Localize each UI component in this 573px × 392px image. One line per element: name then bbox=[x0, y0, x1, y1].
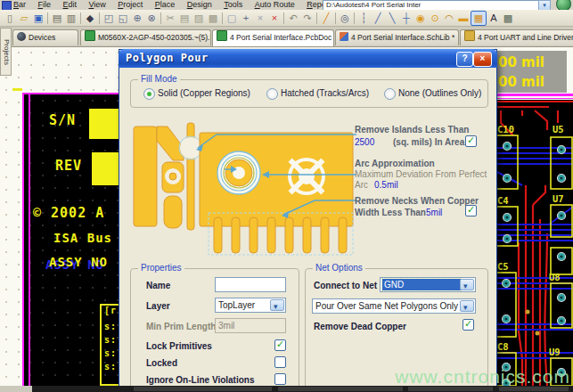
remove-necks-title: Remove Necks When Copper bbox=[355, 196, 479, 206]
remove-dead-copper-label: Remove Dead Copper bbox=[314, 322, 406, 331]
menu-tools[interactable]: Tools bbox=[224, 0, 242, 10]
menu-view[interactable]: View bbox=[88, 0, 105, 10]
toolbar-separator bbox=[283, 12, 284, 24]
radio-solid[interactable] bbox=[143, 88, 155, 100]
menu-project[interactable]: Project bbox=[118, 0, 143, 10]
layer-stack-icon[interactable]: ◆ bbox=[83, 12, 97, 25]
radio-none[interactable] bbox=[384, 88, 396, 100]
undo-icon[interactable]: ↶ bbox=[286, 12, 300, 25]
print-icon[interactable]: ▤ bbox=[50, 12, 64, 25]
lock-primitives-checkbox[interactable] bbox=[274, 339, 286, 351]
place-component-icon[interactable]: ▩ bbox=[501, 12, 515, 25]
silkscreen-rev-field bbox=[92, 152, 120, 185]
menu-place[interactable]: Place bbox=[155, 0, 176, 10]
menu-bar: Bar File Edit View Project Place Design … bbox=[0, 0, 573, 10]
radio-none-label: None (Outlines Only) bbox=[398, 88, 481, 98]
toolbar-separator bbox=[99, 12, 100, 24]
tab-schlib-serial-interface[interactable]: 4 Port Serial Interface.SchLib * bbox=[335, 29, 459, 45]
menu-design[interactable]: Design bbox=[187, 0, 212, 10]
pcb-traces-area[interactable]: C10 U5 C4 U7 C5 U8 C8 U9 bbox=[495, 100, 573, 386]
place-line-icon[interactable]: ┆ bbox=[356, 12, 371, 25]
table-line: [r bbox=[104, 306, 117, 315]
dialog-title-bar[interactable]: Polygon Pour bbox=[119, 49, 497, 68]
menu-bar-item[interactable]: Bar bbox=[13, 0, 26, 10]
move-object-icon[interactable]: + bbox=[239, 12, 253, 25]
zoom-area-icon[interactable]: ◱ bbox=[116, 12, 130, 25]
pcb-board-right[interactable]: 00 mil 00 mil bbox=[495, 46, 573, 386]
tab-label: Devices bbox=[29, 33, 55, 42]
tab-devices[interactable]: Devices bbox=[12, 29, 78, 45]
menu-file[interactable]: File bbox=[37, 0, 51, 10]
tab-label: 4 Port Serial Interface.SchLib * bbox=[351, 33, 454, 42]
place-arc-icon[interactable]: ◠ bbox=[442, 12, 456, 25]
board-outline-line bbox=[495, 94, 573, 96]
zoom-clear-icon[interactable]: ⊗ bbox=[144, 12, 159, 25]
place-bus-icon[interactable]: ╲ bbox=[385, 12, 399, 25]
connect-to-net-combo[interactable]: GND bbox=[380, 277, 476, 292]
place-fill-icon[interactable]: ▬ bbox=[456, 12, 471, 25]
new-document-icon[interactable]: ▯ bbox=[3, 12, 17, 25]
menu-edit[interactable]: Edit bbox=[62, 0, 77, 10]
remove-islands-value[interactable]: 2500 bbox=[355, 137, 374, 147]
open-folder-icon[interactable]: ▱ bbox=[17, 12, 31, 25]
dialog-help-button[interactable]: ? bbox=[456, 52, 473, 67]
place-polygon-icon[interactable]: ▦ bbox=[471, 11, 487, 26]
toolbar-separator bbox=[316, 12, 317, 24]
break-track-icon[interactable]: × bbox=[253, 12, 267, 25]
layer-combo[interactable]: TopLayer bbox=[215, 298, 286, 313]
copy-icon[interactable]: ▤ bbox=[177, 12, 192, 25]
silkscreen-table-box bbox=[100, 304, 120, 386]
projects-panel-tab[interactable]: Projects bbox=[0, 28, 12, 76]
readout-line: 00 mil bbox=[498, 53, 567, 72]
print-preview-icon[interactable]: ▥ bbox=[64, 12, 78, 25]
menu-auto-route[interactable]: Auto Route bbox=[255, 0, 295, 10]
silkscreen-assy-label: ASSY NO bbox=[49, 255, 108, 269]
tab-pcb-m0560x[interactable]: M0560X-2AGP-450-020305.~(5).PCB bbox=[80, 29, 211, 45]
delete-track-icon[interactable]: × bbox=[267, 12, 282, 25]
remove-necks-value[interactable]: 5mil bbox=[426, 208, 442, 217]
place-pad-icon[interactable]: ◉ bbox=[413, 12, 428, 25]
place-string-icon[interactable]: A bbox=[487, 12, 501, 25]
name-input[interactable] bbox=[215, 277, 286, 292]
find-similar-icon[interactable]: ◎ bbox=[338, 12, 352, 25]
net-options-legend: Net Options bbox=[313, 263, 365, 274]
tab-uart-drivers[interactable]: 4 Port UART and Line Drivers.S bbox=[460, 29, 573, 45]
dialog-close-button[interactable]: × bbox=[473, 52, 492, 67]
cut-icon[interactable]: ✂ bbox=[163, 12, 177, 25]
place-net-icon[interactable]: ┼ bbox=[399, 12, 413, 25]
dropdown-arrow-icon[interactable] bbox=[270, 299, 284, 311]
remove-islands-checkbox[interactable] bbox=[465, 135, 477, 147]
remove-dead-copper-checkbox[interactable] bbox=[462, 319, 474, 331]
document-tab-bar: Devices M0560X-2AGP-450-020305.~(5).PCB … bbox=[0, 27, 573, 47]
place-track-icon[interactable]: ╱ bbox=[371, 12, 385, 25]
select-area-icon[interactable]: ▢ bbox=[225, 12, 239, 25]
tab-label: M0560X-2AGP-450-020305.~(5).PCB bbox=[98, 33, 211, 42]
locked-checkbox[interactable] bbox=[274, 356, 286, 368]
radio-solid-label: Solid (Copper Regions) bbox=[158, 88, 250, 98]
radio-hatched[interactable] bbox=[266, 88, 278, 100]
dropdown-arrow-icon[interactable] bbox=[460, 300, 474, 312]
paste-icon[interactable]: ▨ bbox=[192, 12, 206, 25]
properties-legend: Properties bbox=[138, 263, 184, 274]
toolbar-separator bbox=[354, 12, 355, 24]
table-line: s: bbox=[104, 348, 117, 358]
save-icon[interactable]: ▣ bbox=[31, 12, 45, 25]
zoom-in-icon[interactable]: ⊕ bbox=[130, 12, 144, 25]
interactive-route-icon[interactable]: ╱ bbox=[319, 12, 333, 25]
place-via-icon[interactable]: ⊙ bbox=[428, 12, 442, 25]
ignore-violations-checkbox[interactable] bbox=[274, 373, 286, 385]
designator: U7 bbox=[553, 193, 564, 204]
dropdown-arrow-icon[interactable] bbox=[460, 279, 474, 290]
remove-necks-checkbox[interactable] bbox=[465, 205, 477, 216]
pcb-doc-icon bbox=[85, 30, 95, 41]
designator: U5 bbox=[553, 124, 564, 135]
zoom-document-icon[interactable]: ◰ bbox=[102, 12, 116, 25]
pour-over-combo[interactable]: Pour Over Same Net Polygons Only bbox=[312, 298, 476, 314]
arc-deviation-value[interactable]: 0.5mil bbox=[374, 180, 398, 190]
redo-icon[interactable]: ↷ bbox=[300, 12, 315, 25]
designator: C8 bbox=[497, 341, 509, 352]
table-line: s: bbox=[104, 335, 117, 345]
tab-pcb-serial-interface[interactable]: 4 Port Serial Interface.PcbDoc bbox=[212, 29, 334, 46]
bottom-panel-segment bbox=[134, 387, 272, 391]
paste-array-icon[interactable]: ▩ bbox=[206, 12, 220, 25]
